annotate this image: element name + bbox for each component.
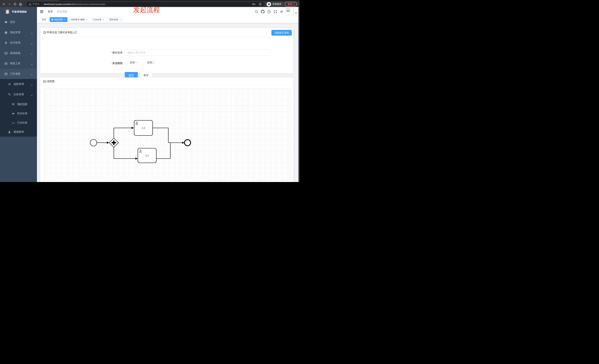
back-icon[interactable]: [1, 1, 7, 7]
url-security-label: 不安全: [33, 3, 40, 6]
checkbox-option-1[interactable]: [125, 62, 128, 65]
bpmn-end-event[interactable]: [185, 140, 191, 146]
sidebar-item-payment[interactable]: ¥ 支付管理: [0, 38, 37, 48]
active-dot: [52, 19, 53, 20]
sidebar-item-label: 研发工具: [10, 62, 20, 65]
select-other-process-button[interactable]: 选择其它流程: [271, 30, 292, 36]
close-icon[interactable]: ×: [120, 18, 121, 21]
breadcrumb-current: 发起流程: [57, 10, 67, 13]
breadcrumb-separator: /: [54, 10, 55, 13]
face-icon: [11, 103, 15, 106]
sidebar-item-label: 请假查询: [13, 130, 24, 134]
toolbox-icon: [4, 62, 8, 65]
sidebar-item-infrastructure[interactable]: 基础设施: [0, 48, 37, 58]
sidebar-item-system[interactable]: 系统管理: [0, 27, 37, 38]
form-body: 单行文本 多选框组 选项一 选项二 提交 重置: [40, 37, 293, 74]
avatar[interactable]: [286, 8, 294, 15]
forward-icon[interactable]: [7, 1, 12, 7]
url-path: /bpm/process-instance/create: [74, 3, 106, 6]
sidebar-item-label: 系统管理: [10, 31, 20, 34]
fullscreen-icon[interactable]: [272, 7, 278, 16]
checkbox-group-label: 多选框组: [67, 61, 123, 65]
sidebar-logo[interactable]: 芋道管理系统: [0, 7, 37, 17]
key-icon[interactable]: [252, 3, 256, 5]
single-line-text-input[interactable]: [124, 50, 271, 56]
star-icon[interactable]: [259, 3, 262, 6]
bpmn-diagram: 1.1 1.2: [45, 89, 291, 181]
yen-icon: ¥: [4, 41, 8, 44]
task-1-label: 1.1: [142, 127, 145, 129]
caret-down-icon[interactable]: [295, 13, 297, 14]
chevron-up-icon: [31, 94, 33, 97]
document-icon: [43, 31, 46, 34]
url-bar[interactable]: 不安全 dashboard.yudao.iocoder.cn/bpm/proce…: [26, 2, 264, 7]
main-content: 申请信息【测试多审批人】 选择其它流程 单行文本 多选框组 选项一 选项二 提交…: [37, 23, 300, 182]
sidebar-item-todo-tasks[interactable]: 待办任务: [0, 109, 37, 118]
chevron-down-icon: [31, 63, 33, 66]
hamburger-icon[interactable]: [40, 10, 44, 13]
tag-process-form-edit[interactable]: 流程表单-编辑×: [69, 17, 89, 22]
url-domain: dashboard.yudao.iocoder.cn: [44, 3, 74, 6]
more-vert-icon[interactable]: [294, 3, 294, 5]
help-icon[interactable]: ?: [266, 7, 272, 16]
breadcrumb-home[interactable]: 首页: [48, 10, 53, 13]
screen: 不安全 dashboard.yudao.iocoder.cn/bpm/proce…: [0, 0, 300, 182]
sidebar-item-home[interactable]: 首页: [0, 17, 37, 27]
browser-update-button[interactable]: 更新: [285, 2, 297, 7]
close-icon[interactable]: ×: [103, 18, 104, 21]
sidebar-menu: 首页 系统管理 ¥ 支付管理 基础设施 研发工具: [0, 17, 37, 137]
chevron-down-icon: [31, 42, 33, 45]
sidebar-item-process-mgmt[interactable]: 流程管理: [0, 79, 37, 89]
incognito-label: 无痕模式: [272, 3, 282, 6]
sidebar: 芋道管理系统 首页 系统管理 ¥ 支付管理 基础设施: [0, 7, 37, 182]
flow-diagram-card: 流程图: [40, 77, 294, 182]
svg-text:?: ?: [268, 10, 270, 13]
bpmn-flow-gateway-task2: [114, 147, 135, 159]
sidebar-item-task-mgmt[interactable]: 任务管理: [0, 89, 37, 100]
checkbox-option-1-label[interactable]: 选项一: [130, 61, 137, 64]
bpmn-start-event[interactable]: [90, 139, 97, 146]
sidebar-item-label: 任务管理: [13, 93, 24, 96]
checkbox-option-2[interactable]: [143, 62, 145, 65]
search-icon[interactable]: [253, 7, 260, 16]
close-icon[interactable]: ×: [86, 18, 88, 21]
sidebar-item-leave-query[interactable]: 请假查询: [0, 127, 37, 137]
picture-icon: [43, 80, 46, 83]
font-size-icon[interactable]: tT: [278, 7, 285, 16]
close-icon[interactable]: ×: [64, 18, 66, 21]
bpmn-user-task-1[interactable]: 1.1: [134, 120, 153, 135]
reload-icon[interactable]: [12, 1, 18, 7]
sidebar-item-label: 待办任务: [17, 112, 27, 115]
sidebar-item-done-tasks[interactable]: 已办任务: [0, 118, 37, 127]
text-field-label: 单行文本: [67, 50, 123, 56]
bpmn-flow-task2-join: [156, 143, 170, 159]
tag-initiate-process[interactable]: 发起流程×: [50, 17, 67, 22]
sidebar-item-label: 基础设施: [10, 51, 20, 55]
flow-icon: [8, 93, 11, 96]
chevron-down-icon: [31, 52, 33, 55]
breadcrumb: 首页 / 发起流程: [48, 7, 67, 16]
home-icon[interactable]: [18, 1, 23, 7]
checkbox-option-2-label[interactable]: 选项二: [147, 61, 155, 64]
sidebar-item-label: 已办任务: [17, 121, 27, 124]
github-icon[interactable]: [260, 7, 266, 16]
diagram-card-header: 流程图: [40, 77, 293, 85]
sidebar-item-dev-tools[interactable]: 研发工具: [0, 58, 37, 69]
chevron-down-icon: [31, 84, 33, 86]
sidebar-item-label: 支付管理: [10, 41, 20, 44]
bpmn-canvas[interactable]: 1.1 1.2: [44, 89, 291, 180]
sidebar-item-my-process[interactable]: 我的流程: [0, 100, 37, 109]
eye-closed-icon: [11, 121, 15, 124]
update-label: 更新: [288, 3, 292, 6]
tag-my-process[interactable]: 我的流程×: [107, 17, 123, 22]
tags-view: 首页 发起流程× 流程表单-编辑× 已办任务× 我的流程×: [37, 16, 300, 23]
sidebar-item-label: 流程管理: [13, 83, 24, 86]
tag-home[interactable]: 首页: [40, 17, 48, 22]
tag-done-tasks[interactable]: 已办任务×: [91, 17, 106, 22]
sidebar-item-label: 我的流程: [17, 103, 27, 106]
bpmn-user-task-2[interactable]: 1.2: [138, 148, 156, 163]
scrollbar[interactable]: [298, 7, 300, 182]
sidebar-item-workflow[interactable]: 工作流程: [0, 69, 37, 79]
toolbox-icon: [4, 72, 8, 76]
user-icon: [8, 130, 11, 134]
